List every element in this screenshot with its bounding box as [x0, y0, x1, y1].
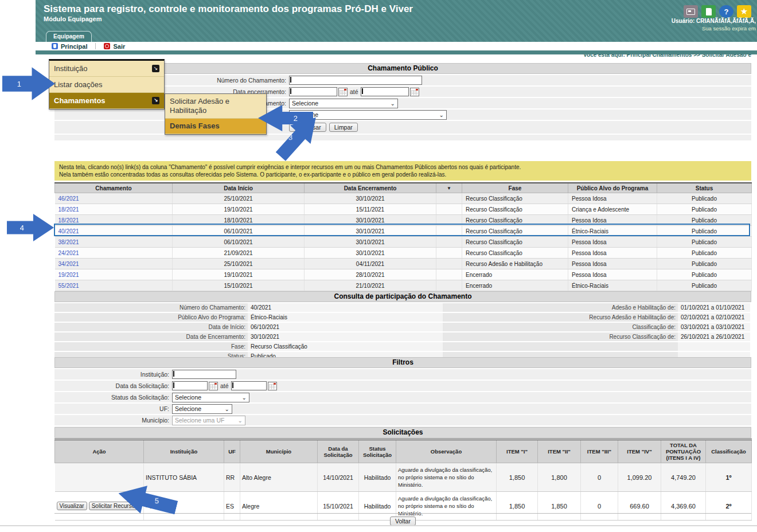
- nav-sair[interactable]: Sair: [104, 43, 125, 50]
- table-row: 46/202125/10/202130/10/2021Recurso Class…: [55, 193, 752, 204]
- session-expiry-label: Sua sessão expira em: [702, 25, 756, 32]
- table-row: 55/202115/10/202121/10/2021EncerradoÉtni…: [55, 280, 752, 291]
- numero-chamamento-input[interactable]: [289, 76, 422, 85]
- user-label: Usuário: CRIANÃfÃfÃ,ÃfÃfÃ,Ã,: [672, 18, 756, 24]
- logout-icon: [104, 43, 110, 49]
- filtros-title: Filtros: [54, 357, 751, 368]
- calendar-icon[interactable]: [268, 382, 277, 390]
- col-classificacao: Classificação: [706, 440, 752, 463]
- field-label: Data de Encerramento:: [54, 332, 248, 341]
- contact-card-icon[interactable]: [684, 5, 698, 18]
- annotation-arrow-1: 1: [2, 66, 55, 101]
- field-value: 01/10/2021 a 01/10/2021: [678, 303, 750, 312]
- field-value: 26/10/2021 a 26/10/2021: [678, 332, 750, 341]
- field-label: Classificação de:: [443, 323, 678, 331]
- menu-item-listar-doacoes[interactable]: Listar doações: [49, 77, 164, 93]
- data-solicitacao-label: Data da Solicitação:: [54, 382, 172, 389]
- table-row: 19/202119/10/202128/10/2021EncerradoPess…: [55, 269, 752, 280]
- star-icon[interactable]: ★: [737, 5, 751, 18]
- header-divider: [36, 50, 757, 54]
- field-label: Recurso Adesão e Habilitação de:: [443, 313, 678, 322]
- col-data-inicio: Data Início: [173, 183, 305, 193]
- chamamento-link[interactable]: 24/2021: [55, 248, 173, 259]
- annotation-arrow-4: 4: [7, 213, 54, 242]
- chamamento-link[interactable]: 55/2021: [55, 280, 173, 291]
- notice-line-1: Nesta tela, clicando no(s) link(s) da co…: [59, 163, 747, 171]
- submenu-item-solicitar-adesao[interactable]: Solicitar Adesão e Habilitação: [165, 94, 266, 119]
- chamamento-link[interactable]: 18/2021: [55, 204, 173, 215]
- field-value: 30/10/2021: [248, 332, 443, 341]
- limpar-button[interactable]: Limpar: [329, 123, 358, 132]
- help-icon[interactable]: ?: [719, 5, 733, 18]
- field-label: Recurso Classificação de:: [443, 332, 678, 341]
- ate-label: até: [350, 88, 358, 95]
- chamamento-link[interactable]: 46/2021: [55, 193, 173, 204]
- field-value: 40/2021: [248, 303, 443, 312]
- col-status-solicitacao: Status Solicitação: [359, 440, 396, 463]
- menu-item-chamamentos[interactable]: Chamamentos ↘: [49, 93, 164, 109]
- field-value: 06/10/2021: [248, 323, 443, 331]
- col-item-2: ITEM "II": [538, 440, 581, 463]
- col-item-1: ITEM "I": [497, 440, 538, 463]
- table-header-row: Ação Instituição UF Município Data da So…: [55, 440, 752, 463]
- consulta-title: Consulta de participação do Chamamento: [54, 291, 751, 302]
- calendar-icon[interactable]: [410, 88, 419, 96]
- col-publico-alvo: Público Alvo do Programa: [568, 183, 657, 193]
- acao-cell: [55, 463, 144, 492]
- field-value: 03/10/2021 a 03/10/2021: [678, 323, 750, 331]
- menu-item-instituicao[interactable]: Instituição ↘: [49, 61, 164, 77]
- submenu-arrow-icon: ↘: [152, 65, 159, 72]
- col-total-pontuacao: TOTAL DA PONTUAÇÃO (ITENS I A IV): [661, 440, 706, 463]
- calendar-icon[interactable]: [209, 382, 218, 390]
- table-row: 18/202119/10/202115/11/2021Recurso Class…: [55, 204, 752, 215]
- col-item-3: ITEM "III": [581, 440, 618, 463]
- page-bottom-divider: [0, 525, 757, 526]
- chamamento-link[interactable]: 19/2021: [55, 269, 173, 280]
- data-encerramento-de-input[interactable]: [289, 87, 337, 96]
- col-chamamento: Chamamento: [55, 183, 173, 193]
- calendar-icon[interactable]: [338, 88, 348, 96]
- dropdown-submenu: Solicitar Adesão e Habilitação Demais Fa…: [165, 93, 267, 135]
- voltar-button[interactable]: Voltar: [390, 517, 416, 526]
- chamamento-link[interactable]: 38/2021: [55, 237, 173, 248]
- col-fase: Fase: [462, 183, 568, 193]
- col-acao: Ação: [55, 440, 144, 463]
- field-label: Número do Chamamento:: [54, 303, 248, 312]
- chevron-down-icon: ⌄: [225, 406, 229, 412]
- visualizar-button[interactable]: Visualizar: [57, 502, 87, 510]
- field-value: 02/10/2021 a 02/10/2021: [678, 313, 750, 322]
- manual-icon[interactable]: [701, 5, 716, 18]
- content-bottom-divider: [54, 513, 751, 514]
- nav-principal[interactable]: Principal: [52, 43, 87, 50]
- data-solicitacao-de-input[interactable]: [172, 381, 208, 390]
- col-uf: UF: [224, 440, 240, 463]
- header-icon-bar: ? ★: [684, 5, 751, 18]
- col-municipio: Município: [240, 440, 318, 463]
- sort-dropdown-icon[interactable]: ▼: [436, 183, 462, 193]
- col-observacao: Observação: [396, 440, 497, 463]
- uf-label: UF:: [54, 405, 172, 412]
- field-value: Étnico-Raciais: [248, 313, 443, 322]
- tab-equipagem[interactable]: Equipagem: [46, 31, 92, 42]
- status-chamamento-select[interactable]: Selecione⌄: [289, 99, 398, 108]
- uf-select[interactable]: Selecione⌄: [172, 404, 232, 414]
- col-status: Status: [657, 183, 752, 193]
- row-highlight-border: [54, 224, 750, 236]
- field-value: Recurso Classificação: [248, 342, 443, 351]
- col-instituicao: Instituição: [144, 440, 224, 463]
- chamamento-link[interactable]: 34/2021: [55, 259, 173, 269]
- table-row: 34/202125/10/202104/11/2021Recurso Adesã…: [55, 259, 752, 269]
- submenu-item-demais-fases[interactable]: Demais Fases: [165, 119, 266, 134]
- chevron-down-icon: ⌄: [439, 112, 444, 118]
- chevron-down-icon: ⌄: [391, 100, 395, 107]
- dropdown-menu: Instituição ↘ Listar doações Chamamentos…: [49, 59, 165, 109]
- municipio-label: Município:: [54, 417, 172, 424]
- data-encerramento-ate-input[interactable]: [361, 87, 409, 96]
- nav-divider: [95, 43, 96, 49]
- table-row: 38/202106/10/202130/10/2021Recurso Class…: [55, 237, 752, 248]
- instituicao-input[interactable]: [172, 370, 236, 379]
- data-solicitacao-ate-input[interactable]: [231, 381, 267, 390]
- status-solicitacao-select[interactable]: Selecione⌄: [172, 393, 249, 402]
- status-solicitacao-label: Status da Solicitação:: [54, 394, 172, 401]
- submenu-arrow-icon: ↘: [152, 97, 159, 104]
